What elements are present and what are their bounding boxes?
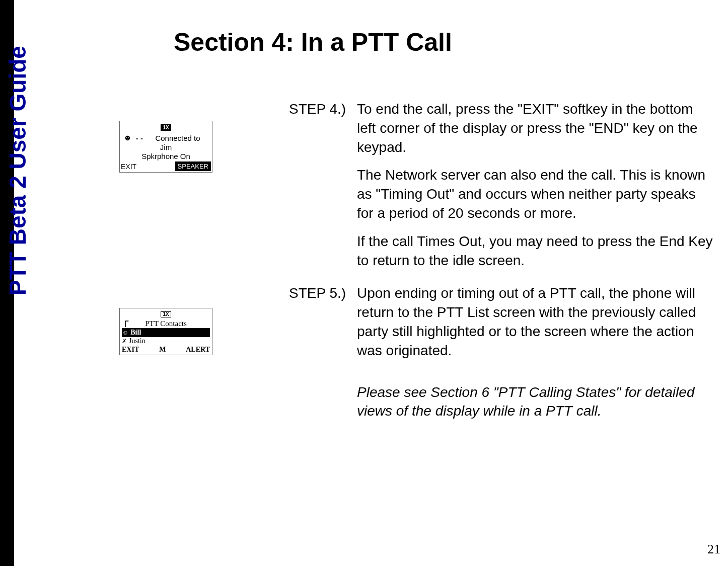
status-bar-2: 1X: [120, 308, 212, 318]
page-title: Section 4: In a PTT Call: [174, 28, 452, 57]
available-icon: ☺: [122, 329, 128, 337]
softkey-row: EXIT SPEAKER: [120, 161, 212, 172]
page-number: 21: [707, 542, 720, 557]
step-4-label: STEP 4.): [289, 100, 357, 156]
step-4-sub1: The Network server can also end the call…: [357, 166, 714, 222]
menu-softkey[interactable]: M: [159, 346, 166, 354]
unavailable-icon: ✗: [122, 338, 127, 345]
step-5-label: STEP 5.): [289, 284, 357, 360]
alert-softkey[interactable]: ALERT: [186, 346, 210, 354]
step-4-block: STEP 4.) To end the call, press the "EXI…: [289, 100, 714, 270]
status-bar: 1X: [120, 121, 212, 132]
corner-bracket-icon: ┌: [122, 318, 128, 324]
dash-icon: - -: [136, 134, 143, 142]
contact-name: Justin: [129, 337, 145, 345]
signal-1x-icon-2: 1X: [161, 311, 171, 317]
speaker-softkey[interactable]: SPEAKER: [175, 161, 211, 171]
contact-row-selected[interactable]: ☺ Bill: [122, 328, 210, 337]
sidebar-title: PTT Beta 2 User Guide: [4, 46, 31, 295]
caller-name: Jim: [122, 143, 209, 151]
phone-screen-contacts: 1X ┌ PTT Contacts ☺ Bill ✗ Justin EXIT M…: [119, 308, 212, 355]
step-5-block: STEP 5.) Upon ending or timing out of a …: [289, 284, 714, 421]
step-4-sub2: If the call Times Out, you may need to p…: [357, 232, 714, 270]
contact-row[interactable]: ✗ Justin: [122, 337, 210, 345]
connected-row: ☻ - - Connected to: [122, 133, 209, 142]
step-5-note: Please see Section 6 "PTT Calling States…: [357, 383, 714, 421]
contact-name: Bill: [130, 329, 141, 337]
instruction-text-area: STEP 4.) To end the call, press the "EXI…: [289, 100, 714, 435]
signal-1x-icon: 1X: [161, 124, 171, 131]
speaker-status: Spkrphone On: [122, 152, 209, 160]
exit-softkey[interactable]: EXIT: [121, 163, 136, 171]
contacts-header: PTT Contacts: [120, 318, 212, 328]
contact-list: ☺ Bill ✗ Justin: [120, 328, 212, 345]
exit-softkey-2[interactable]: EXIT: [122, 346, 139, 354]
phone-screen-connected: 1X ☻ - - Connected to Jim Spkrphone On E…: [119, 121, 212, 173]
connected-text: Connected to: [147, 134, 208, 142]
step-4-text: To end the call, press the "EXIT" softke…: [357, 100, 714, 156]
smiley-icon: ☻: [123, 133, 132, 142]
step-5-text: Upon ending or timing out of a PTT call,…: [357, 284, 714, 360]
softkey-row-2: EXIT M ALERT: [120, 345, 212, 355]
screen-body: ☻ - - Connected to Jim Spkrphone On: [120, 132, 212, 160]
